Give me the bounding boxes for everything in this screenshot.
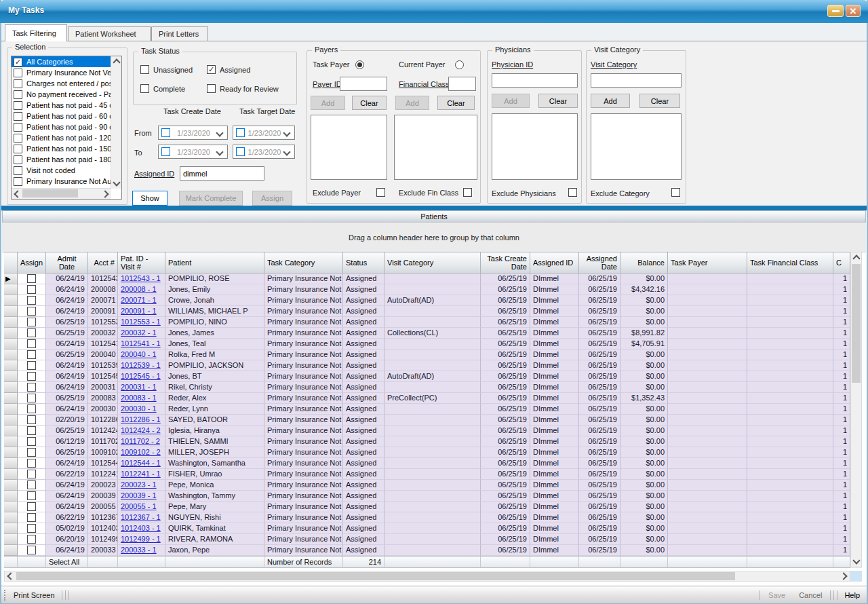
table-row[interactable]: 06/24/19200030200030 - 1Reder, LynnPrima… [4,404,862,415]
table-row[interactable]: 06/24/19200033200033 - 1Jaxon, PepePrima… [4,545,862,556]
row-header-cell[interactable] [4,534,18,545]
patient-visit-link[interactable]: 1012545 - 1 [121,372,161,380]
patient-visit-link[interactable]: 1012544 - 1 [121,459,161,467]
selection-item-checkbox[interactable] [14,177,22,186]
row-assign-checkbox[interactable] [27,491,36,500]
target-date-from-picker[interactable]: 1/23/2020 [233,126,295,140]
row-assign-checkbox[interactable] [27,328,36,337]
group-by-area[interactable]: Drag a column header here to group by th… [2,223,866,252]
close-button[interactable]: ✕ [846,5,861,17]
payer-clear-button[interactable]: Clear [352,96,387,110]
patient-visit-link[interactable]: 200032 - 1 [121,328,157,337]
date-enable-checkbox[interactable] [236,147,245,156]
assigned-id-link[interactable]: Assigned ID [134,170,174,178]
exclude-payer-checkbox[interactable] [376,188,385,197]
physician-clear-button[interactable]: Clear [538,94,578,108]
table-row[interactable]: 06/24/19200091200091 - 1WILLIAMS, MICHAE… [4,306,862,317]
print-screen-item[interactable]: Print Screen [8,591,60,599]
row-assign-checkbox[interactable] [27,318,36,326]
patient-visit-link[interactable]: 200040 - 1 [121,350,157,358]
row-header-cell[interactable] [4,393,18,404]
tab-task-filtering[interactable]: Task Filtering [5,24,67,41]
patient-visit-link[interactable]: 1012553 - 1 [121,318,161,326]
row-assign-checkbox[interactable] [27,274,36,283]
table-row[interactable]: 06/24/1910125391012539 - 1POMPILIO, JACK… [4,360,862,371]
table-row[interactable]: 06/24/19200071200071 - 1Crowe, JonahPrim… [4,295,862,306]
row-assign-checkbox[interactable] [27,437,36,446]
table-row[interactable]: 06/25/1910124241012424 - 2Iglesia, Hiran… [4,426,862,436]
grid-vertical-scrollbar[interactable] [850,252,862,567]
selection-vertical-scrollbar[interactable] [111,56,121,189]
row-assign-checkbox[interactable] [27,404,36,413]
selection-item[interactable]: Patient has not paid - 180+ [12,154,111,165]
patient-visit-link[interactable]: 200031 - 1 [121,383,157,391]
patient-visit-link[interactable]: 200071 - 1 [121,296,157,304]
column-header-status[interactable]: Status [343,252,384,273]
column-header-task_category[interactable]: Task Category [264,252,343,273]
table-row[interactable]: 06/25/19200083200083 - 1Reder, AlexPrima… [4,393,862,404]
grid-hscroll-thumb[interactable] [16,572,735,580]
row-header-cell[interactable] [4,382,18,393]
row-header-cell[interactable] [4,284,18,295]
physician-add-button[interactable]: Add [492,94,530,108]
row-header-cell[interactable] [4,415,18,426]
column-header-assign[interactable]: Assign [18,252,46,273]
row-assign-checkbox[interactable] [27,470,36,478]
column-header-patient[interactable]: Patient [165,252,264,273]
unassigned-checkbox[interactable] [140,65,149,74]
selection-item-checkbox[interactable] [14,145,22,153]
table-row[interactable]: 06/12/1910117021011702 - 2THIELEN, SAMMI… [4,436,862,447]
save-button[interactable]: Save [762,591,792,599]
column-header-pat_id_visit[interactable]: Pat. ID - Visit # [118,252,165,273]
create-date-from-picker[interactable]: 1/23/2020 [158,126,228,140]
selection-item-checkbox[interactable] [14,134,22,143]
selection-item[interactable]: ✓All Categories [12,56,111,67]
table-row[interactable]: 06/20/1910124991012499 - 1RIVERA, RAMONA… [4,534,862,545]
visit-category-link[interactable]: Visit Category [591,60,637,69]
target-date-to-picker[interactable]: 1/23/2020 [233,145,295,159]
row-assign-checkbox[interactable] [27,361,36,370]
table-row[interactable]: 06/22/1910122411012241 - 1FISHER, UmraoP… [4,469,862,480]
table-row[interactable]: 06/24/19200023200023 - 1Pepe, MonicaPrim… [4,480,862,491]
table-row[interactable]: 06/22/1910123671012367 - 1NGUYEN, RishiP… [4,512,862,523]
row-header-cell[interactable] [4,545,18,556]
row-assign-checkbox[interactable] [27,524,36,533]
table-row[interactable]: 06/24/19200039200039 - 1Washington, Tamm… [4,491,862,502]
grid-scroll-down-icon[interactable] [851,556,861,567]
visit-category-listbox[interactable] [591,113,682,180]
patient-visit-link[interactable]: 200055 - 1 [121,502,157,510]
column-header-admit_date[interactable]: Admit Date [46,252,88,273]
table-row[interactable]: 06/24/1910125441012544 - 1Washington, Sa… [4,458,862,469]
financial-class-link[interactable]: Financial Class [399,80,450,88]
grid-horizontal-scrollbar[interactable] [4,571,850,582]
row-header-cell[interactable] [4,491,18,502]
row-assign-checkbox[interactable] [27,448,36,457]
visit-category-input[interactable] [591,73,682,88]
assigned-checkbox[interactable]: ✓ [207,65,216,74]
patient-visit-link[interactable]: 200008 - 1 [121,285,157,293]
selection-horizontal-scrollbar[interactable] [12,188,111,199]
row-header-cell[interactable] [4,480,18,491]
column-header-task_financial_class[interactable]: Task Financial Class [747,252,833,273]
task-payer-radio[interactable] [355,60,364,69]
grid-scroll-right-icon[interactable] [840,571,850,581]
column-header-task_payer[interactable]: Task Payer [668,252,747,273]
selection-item-checkbox[interactable] [14,155,22,164]
table-row[interactable]: 06/24/19200031200031 - 1Rikel, ChristyPr… [4,382,862,393]
grid-scroll-left-icon[interactable] [5,571,15,581]
cancel-button[interactable]: Cancel [792,591,829,599]
scroll-left-icon[interactable] [12,189,22,199]
date-enable-checkbox[interactable] [161,128,170,137]
selection-item-checkbox[interactable] [14,79,22,88]
row-header-cell[interactable] [4,360,18,371]
patient-visit-link[interactable]: 1012499 - 1 [121,535,161,543]
patient-visit-link[interactable]: 200033 - 1 [121,546,157,554]
row-header-cell[interactable] [4,317,18,328]
row-assign-checkbox[interactable] [27,339,36,348]
row-assign-checkbox[interactable] [27,426,36,435]
fin-class-clear-button[interactable]: Clear [437,96,475,110]
row-header-cell[interactable] [4,447,18,458]
physician-id-link[interactable]: Physician ID [492,60,533,69]
selection-item[interactable]: Patient has not paid - 45 da [12,100,111,111]
patient-visit-link[interactable]: 200030 - 1 [121,404,157,413]
